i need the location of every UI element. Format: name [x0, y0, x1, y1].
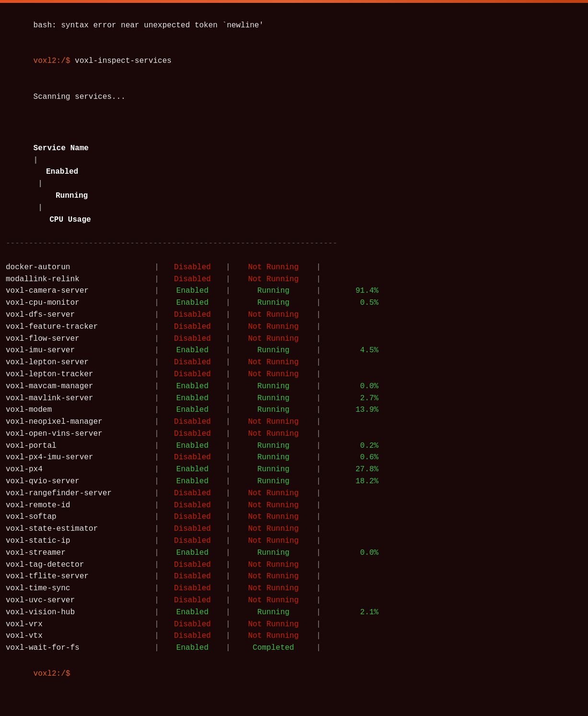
- enabled-cell: Disabled: [164, 357, 221, 369]
- running-cell: Not Running: [235, 559, 312, 571]
- table-row: voxl-open-vins-server| Disabled | Not Ru…: [6, 428, 582, 440]
- running-cell: Not Running: [235, 309, 312, 321]
- running-cell: Running: [235, 607, 312, 619]
- running-cell: Not Running: [235, 630, 312, 642]
- table-row: voxl-qvio-server| Enabled | Running |18.…: [6, 476, 582, 488]
- enabled-cell: Disabled: [164, 452, 221, 464]
- running-cell: Not Running: [235, 333, 312, 345]
- enabled-cell: Enabled: [164, 464, 221, 476]
- service-name-cell: voxl-rangefinder-server: [6, 488, 154, 500]
- table-row: voxl-px4| Enabled | Running |27.8%: [6, 464, 582, 476]
- enabled-cell: Disabled: [164, 595, 221, 607]
- running-cell: Not Running: [235, 488, 312, 500]
- final-prompt[interactable]: voxl2:/$: [34, 669, 75, 678]
- service-name-cell: voxl-vision-hub: [6, 607, 154, 619]
- enabled-cell: Disabled: [164, 571, 221, 583]
- service-name-cell: voxl-neopixel-manager: [6, 416, 154, 428]
- running-cell: Running: [235, 452, 312, 464]
- scanning-line: Scanning services...: [6, 79, 582, 115]
- enabled-cell: Disabled: [164, 333, 221, 345]
- cpu-cell: 2.1%: [321, 607, 378, 619]
- command-text: voxl-inspect-services: [75, 57, 172, 65]
- enabled-cell: Enabled: [164, 547, 221, 559]
- enabled-cell: Disabled: [164, 535, 221, 547]
- table-row: voxl-vrx| Disabled | Not Running |: [6, 619, 582, 631]
- service-table: docker-autorun| Disabled | Not Running |…: [6, 262, 582, 654]
- table-row: voxl-feature-tracker| Disabled | Not Run…: [6, 321, 582, 333]
- running-cell: Running: [235, 381, 312, 393]
- service-name-cell: voxl-streamer: [6, 547, 154, 559]
- cpu-cell: 91.4%: [321, 285, 378, 297]
- cpu-cell: 0.0%: [321, 381, 378, 393]
- prompt1: voxl2:/$: [34, 57, 75, 65]
- service-name-cell: voxl-tag-detector: [6, 559, 154, 571]
- enabled-cell: Disabled: [164, 511, 221, 523]
- running-cell: Not Running: [235, 274, 312, 286]
- cpu-cell: 4.5%: [321, 345, 378, 357]
- service-name-cell: voxl-qvio-server: [6, 476, 154, 488]
- enabled-cell: Disabled: [164, 630, 221, 642]
- service-name-cell: voxl-static-ip: [6, 535, 154, 547]
- running-cell: Not Running: [235, 321, 312, 333]
- table-row: voxl-dfs-server| Disabled | Not Running …: [6, 309, 582, 321]
- cpu-cell: 18.2%: [321, 476, 378, 488]
- running-cell: Not Running: [235, 523, 312, 535]
- running-cell: Running: [235, 297, 312, 309]
- enabled-cell: Disabled: [164, 619, 221, 631]
- enabled-cell: Disabled: [164, 583, 221, 595]
- service-name-cell: voxl-wait-for-fs: [6, 642, 154, 654]
- running-cell: Completed: [235, 642, 312, 654]
- cpu-cell: 0.6%: [321, 452, 378, 464]
- enabled-cell: Disabled: [164, 309, 221, 321]
- service-name-cell: voxl-uvc-server: [6, 595, 154, 607]
- enabled-cell: Enabled: [164, 285, 221, 297]
- enabled-cell: Disabled: [164, 416, 221, 428]
- table-row: voxl-tflite-server| Disabled | Not Runni…: [6, 571, 582, 583]
- running-cell: Running: [235, 345, 312, 357]
- table-row: voxl-cpu-monitor| Enabled | Running |0.5…: [6, 297, 582, 309]
- table-row: voxl-flow-server| Disabled | Not Running…: [6, 333, 582, 345]
- running-cell: Not Running: [235, 619, 312, 631]
- enabled-cell: Disabled: [164, 321, 221, 333]
- service-name-cell: voxl-softap: [6, 511, 154, 523]
- enabled-cell: Enabled: [164, 607, 221, 619]
- table-row: voxl-wait-for-fs| Enabled | Completed |: [6, 642, 582, 654]
- table-row: voxl-camera-server| Enabled | Running |9…: [6, 285, 582, 297]
- service-name-cell: voxl-portal: [6, 440, 154, 452]
- table-row: voxl-px4-imu-server| Disabled | Running …: [6, 452, 582, 464]
- table-row: modallink-relink| Disabled | Not Running…: [6, 274, 582, 286]
- service-name-cell: modallink-relink: [6, 274, 154, 286]
- table-row: voxl-tag-detector| Disabled | Not Runnin…: [6, 559, 582, 571]
- service-name-cell: voxl-vtx: [6, 630, 154, 642]
- cpu-cell: 0.5%: [321, 297, 378, 309]
- running-cell: Not Running: [235, 595, 312, 607]
- cpu-cell: 0.0%: [321, 547, 378, 559]
- empty-line: [6, 119, 582, 131]
- enabled-cell: Disabled: [164, 274, 221, 286]
- enabled-cell: Disabled: [164, 262, 221, 274]
- running-cell: Running: [235, 547, 312, 559]
- service-name-cell: voxl-lepton-tracker: [6, 369, 154, 381]
- service-name-cell: voxl-state-estimator: [6, 523, 154, 535]
- table-row: voxl-streamer| Enabled | Running |0.0%: [6, 547, 582, 559]
- table-row: voxl-vtx| Disabled | Not Running |: [6, 630, 582, 642]
- running-cell: Running: [235, 476, 312, 488]
- running-cell: Not Running: [235, 535, 312, 547]
- running-cell: Not Running: [235, 428, 312, 440]
- service-name-cell: voxl-modem: [6, 404, 154, 416]
- table-header: Service Name | Enabled | Running | CPU U…: [6, 131, 582, 238]
- service-name-cell: docker-autorun: [6, 262, 154, 274]
- table-row: voxl-lepton-server| Disabled | Not Runni…: [6, 357, 582, 369]
- running-cell: Not Running: [235, 500, 312, 512]
- separator-line: ----------------------------------------…: [6, 238, 582, 250]
- running-cell: Not Running: [235, 583, 312, 595]
- running-cell: Running: [235, 464, 312, 476]
- service-name-cell: voxl-flow-server: [6, 333, 154, 345]
- service-name-cell: voxl-feature-tracker: [6, 321, 154, 333]
- service-name-cell: voxl-px4: [6, 464, 154, 476]
- service-name-cell: voxl-lepton-server: [6, 357, 154, 369]
- terminal-content: bash: syntax error near unexpected token…: [0, 3, 588, 696]
- running-cell: Not Running: [235, 262, 312, 274]
- header-enabled: Enabled: [34, 166, 91, 178]
- service-name-cell: voxl-dfs-server: [6, 309, 154, 321]
